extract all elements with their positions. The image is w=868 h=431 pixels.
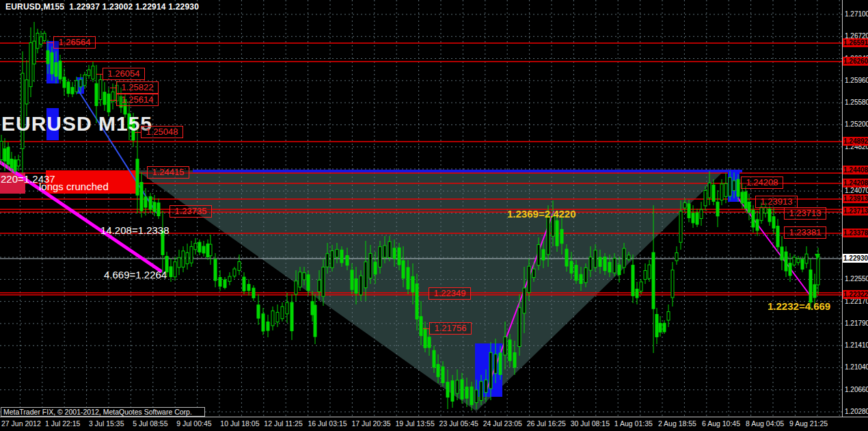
candle-body bbox=[59, 61, 62, 79]
price-level-badge: 1.24408 bbox=[843, 166, 868, 174]
candle-body bbox=[712, 185, 715, 201]
candle-body bbox=[475, 390, 478, 402]
candle-body bbox=[286, 302, 288, 314]
label-anchor-dash bbox=[96, 74, 103, 75]
candle-body bbox=[411, 276, 414, 292]
candle-body bbox=[542, 250, 545, 260]
price-label-box[interactable]: 1.26054 bbox=[103, 68, 145, 80]
price-tick-label: 1.21790 bbox=[845, 319, 868, 328]
price-label-box[interactable]: 1.25048 bbox=[141, 126, 183, 138]
candle-body bbox=[772, 217, 775, 228]
candle-body bbox=[326, 254, 329, 267]
candle-body bbox=[281, 306, 284, 319]
candle-body bbox=[247, 285, 250, 291]
candle-body bbox=[652, 252, 655, 309]
candle-body bbox=[504, 337, 506, 355]
time-tick-label: 3 Jul 15:35 bbox=[89, 419, 124, 428]
candle-body bbox=[17, 160, 20, 166]
candle-body bbox=[402, 261, 405, 278]
candle-body bbox=[3, 148, 6, 161]
price-axis[interactable]: 1.271001.267201.263401.259601.255801.252… bbox=[843, 0, 868, 417]
text-annotation[interactable]: 4.669=1.2264 bbox=[104, 269, 167, 280]
price-label-box[interactable]: 1.24415 bbox=[147, 166, 189, 179]
candle-body bbox=[636, 289, 638, 298]
candle-body bbox=[36, 33, 39, 48]
price-level-badge: 1.23913 bbox=[843, 194, 868, 203]
candle-body bbox=[489, 352, 492, 389]
price-tick-label: 1.20280 bbox=[845, 408, 868, 416]
price-label-box[interactable]: 1.24208 bbox=[741, 177, 783, 189]
candle-body bbox=[83, 75, 86, 86]
candle-body bbox=[768, 209, 771, 222]
price-label-box[interactable]: 1.22349 bbox=[429, 287, 471, 300]
candle-body bbox=[149, 196, 152, 209]
candle-body bbox=[547, 216, 550, 254]
candle-body bbox=[10, 159, 13, 168]
price-label-box[interactable]: 1.26564 bbox=[53, 36, 96, 49]
candle-body bbox=[355, 279, 357, 293]
candle-body bbox=[136, 159, 139, 195]
highlight-box[interactable] bbox=[475, 343, 502, 397]
candle-body bbox=[437, 365, 439, 377]
candle-body bbox=[700, 209, 703, 218]
text-annotation[interactable]: longs crunched bbox=[39, 181, 109, 192]
time-tick-label: 8 Aug 04:05 bbox=[746, 419, 784, 428]
candle-body bbox=[75, 81, 78, 92]
highlight-box[interactable] bbox=[46, 108, 59, 140]
candle-body bbox=[63, 77, 66, 88]
candle-body bbox=[760, 207, 763, 221]
candle-body bbox=[748, 202, 750, 212]
price-label-box[interactable]: 1.23713 bbox=[784, 207, 826, 220]
time-tick-label: 5 Jul 08:55 bbox=[133, 419, 167, 428]
candle-body bbox=[716, 202, 719, 216]
candle-body bbox=[741, 192, 744, 203]
price-label-box[interactable]: 1.23381 bbox=[784, 226, 826, 239]
candle-body bbox=[644, 271, 647, 280]
candle-body bbox=[675, 252, 678, 261]
candle-body bbox=[618, 265, 621, 274]
chart-plot-area[interactable]: EURUSD,M155 1.22937 1.23002 1.22914 1.22… bbox=[0, 0, 842, 417]
candle-body bbox=[683, 203, 686, 208]
chart-canvas[interactable] bbox=[0, 0, 842, 417]
price-label-box[interactable]: 1.23735 bbox=[169, 205, 212, 218]
price-label-box[interactable]: 1.23913 bbox=[755, 196, 798, 208]
price-tick-label: 1.21410 bbox=[845, 341, 868, 350]
candle-body bbox=[671, 270, 674, 298]
candle-body bbox=[688, 204, 690, 218]
price-tick-label: 1.25580 bbox=[845, 99, 868, 107]
candle-body bbox=[276, 313, 279, 322]
time-tick-label: 24 Jul 23:05 bbox=[483, 419, 522, 428]
candle-body bbox=[599, 257, 601, 266]
time-tick-label: 1 Aug 01:35 bbox=[614, 419, 653, 428]
candle-body bbox=[570, 261, 573, 273]
label-anchor-dash bbox=[47, 42, 54, 43]
time-tick-label: 1 Jul 22:15 bbox=[45, 419, 80, 428]
time-tick-label: 19 Jul 13:55 bbox=[396, 419, 435, 428]
price-tick-label: 1.25200 bbox=[845, 120, 868, 129]
text-annotation[interactable]: 1.2232=4.669 bbox=[768, 300, 830, 312]
candle-body bbox=[194, 244, 197, 250]
text-annotation[interactable]: 14.208=1.2338 bbox=[100, 224, 169, 236]
candle-body bbox=[238, 262, 241, 271]
price-tick-label: 1.27100 bbox=[845, 10, 868, 18]
text-annotation[interactable]: 1.2369=2.4220 bbox=[507, 208, 576, 220]
price-label-box[interactable]: 1.21756 bbox=[429, 322, 472, 335]
candle-body bbox=[556, 221, 558, 246]
price-label-box[interactable]: 1.25822 bbox=[116, 81, 159, 94]
price-label-box[interactable]: 1.25614 bbox=[116, 94, 159, 106]
candle-body bbox=[805, 254, 808, 263]
candle-body bbox=[752, 210, 755, 227]
candle-body bbox=[257, 305, 260, 318]
candle-body bbox=[407, 267, 409, 289]
price-tick-label: 1.25960 bbox=[845, 77, 868, 85]
price-level-badge: 1.24208 bbox=[843, 179, 868, 187]
candle-body bbox=[364, 262, 367, 288]
label-anchor-dash bbox=[423, 328, 430, 329]
candle-body bbox=[508, 340, 511, 361]
candle-body bbox=[485, 380, 487, 392]
candle-body bbox=[14, 160, 16, 171]
copyright-notice: MetaTrader FIX, © 2001-2012, MetaQuotes … bbox=[1, 407, 205, 417]
time-tick-label: 9 Jul 00:45 bbox=[176, 419, 211, 428]
time-axis[interactable]: 27 Jun 20121 Jul 22:153 Jul 15:355 Jul 0… bbox=[0, 417, 868, 431]
candle-body bbox=[442, 367, 444, 382]
